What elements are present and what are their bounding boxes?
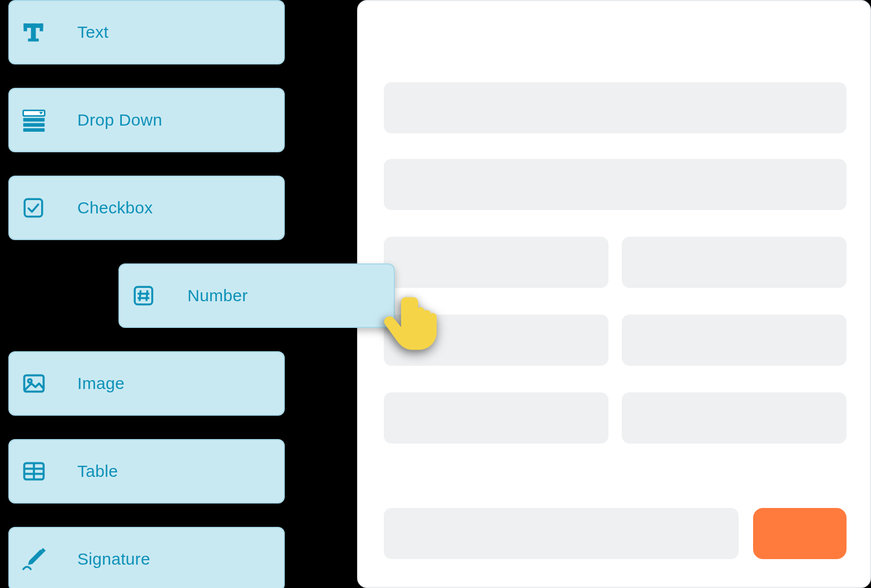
palette-item-signature[interactable]: Signature — [8, 527, 285, 588]
palette-item-number[interactable]: Number — [118, 263, 395, 328]
palette-item-label: Number — [187, 286, 248, 305]
form-field-placeholder[interactable] — [384, 237, 608, 288]
palette-item-image[interactable]: Image — [8, 351, 285, 416]
svg-rect-2 — [39, 23, 43, 31]
svg-rect-8 — [23, 123, 45, 127]
svg-line-13 — [146, 290, 147, 301]
svg-rect-3 — [31, 23, 36, 41]
svg-line-12 — [140, 290, 141, 301]
svg-rect-4 — [28, 38, 38, 41]
form-field-placeholder[interactable] — [384, 508, 739, 559]
svg-rect-9 — [23, 128, 45, 132]
form-field-placeholder[interactable] — [622, 237, 847, 288]
form-submit-button-placeholder[interactable] — [753, 508, 847, 559]
hash-icon — [132, 284, 165, 307]
svg-rect-10 — [24, 199, 42, 217]
palette-item-label: Image — [77, 374, 125, 393]
palette-item-label: Table — [77, 462, 118, 481]
letter-t-icon — [22, 21, 55, 44]
svg-point-17 — [28, 379, 31, 382]
form-field-placeholder[interactable] — [384, 82, 847, 133]
svg-rect-11 — [135, 287, 152, 305]
image-icon — [22, 371, 55, 396]
signature-icon — [22, 546, 55, 572]
palette-item-label: Signature — [77, 550, 150, 569]
svg-rect-1 — [24, 23, 27, 31]
table-icon — [22, 459, 55, 484]
palette-item-label: Text — [77, 23, 108, 42]
svg-rect-7 — [23, 118, 45, 121]
palette-item-dropdown[interactable]: Drop Down — [8, 88, 285, 152]
palette-item-checkbox[interactable]: Checkbox — [8, 176, 285, 240]
drag-cursor-icon — [380, 290, 452, 363]
form-field-placeholder[interactable] — [384, 392, 608, 444]
palette-item-label: Drop Down — [77, 111, 162, 129]
palette-item-label: Checkbox — [77, 198, 153, 217]
palette-item-table[interactable]: Table — [8, 439, 285, 504]
form-field-placeholder[interactable] — [622, 315, 847, 366]
form-field-placeholder[interactable] — [384, 159, 847, 210]
form-field-placeholder[interactable] — [622, 392, 847, 444]
palette-item-text[interactable]: Text — [8, 0, 285, 64]
checkbox-icon — [22, 196, 55, 220]
svg-rect-16 — [24, 375, 44, 391]
dropdown-icon — [22, 108, 55, 132]
